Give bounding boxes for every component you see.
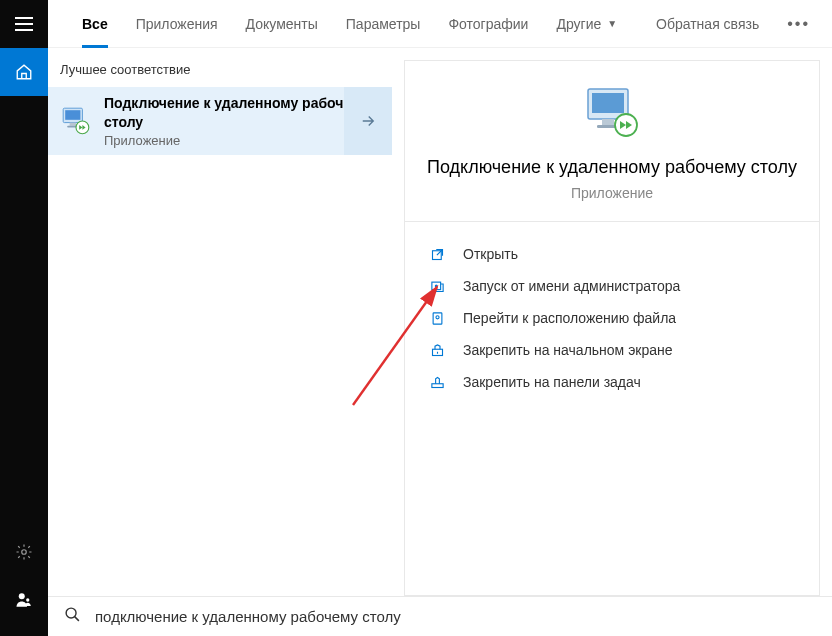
- details-panel: Подключение к удаленному рабочему столу …: [404, 60, 820, 596]
- search-bar: [48, 596, 832, 636]
- more-options-button[interactable]: •••: [777, 15, 820, 33]
- actions-list: Открыть Запуск от имени администратора П…: [405, 222, 819, 414]
- tab-all[interactable]: Все: [68, 0, 122, 48]
- svg-rect-10: [602, 119, 614, 125]
- arrow-right-icon: [359, 112, 377, 130]
- action-pin-start[interactable]: Закрепить на начальном экране: [405, 334, 819, 366]
- open-icon: [429, 246, 445, 262]
- account-button[interactable]: [0, 576, 48, 624]
- person-icon: [15, 591, 33, 609]
- main-area: Лучшее соответствие Подключение к удален…: [48, 48, 832, 596]
- tab-apps[interactable]: Приложения: [122, 0, 232, 48]
- tab-documents[interactable]: Документы: [232, 0, 332, 48]
- feedback-link[interactable]: Обратная связь: [646, 16, 769, 32]
- search-icon: [64, 606, 81, 627]
- pin-start-icon: [429, 342, 445, 358]
- rdp-icon: [60, 105, 92, 137]
- svg-rect-4: [65, 110, 80, 120]
- action-run-admin[interactable]: Запуск от имени администратора: [405, 270, 819, 302]
- chevron-down-icon: ▼: [607, 18, 617, 29]
- admin-icon: [429, 278, 445, 294]
- svg-point-1: [19, 593, 25, 599]
- details-subtitle: Приложение: [571, 185, 653, 201]
- action-open[interactable]: Открыть: [405, 238, 819, 270]
- sidebar: [0, 0, 48, 636]
- search-input[interactable]: [95, 608, 816, 625]
- home-icon: [15, 63, 33, 81]
- pin-taskbar-icon: [429, 374, 445, 390]
- result-title: Подключение к удаленному рабочему столу: [104, 94, 380, 130]
- result-item[interactable]: Подключение к удаленному рабочему столу …: [48, 87, 392, 155]
- details-title: Подключение к удаленному рабочему столу: [427, 155, 797, 179]
- svg-point-2: [26, 598, 29, 601]
- best-match-header: Лучшее соответствие: [48, 48, 392, 87]
- svg-rect-5: [70, 123, 76, 126]
- location-icon: [429, 310, 445, 326]
- tab-settings[interactable]: Параметры: [332, 0, 435, 48]
- svg-rect-19: [431, 384, 442, 388]
- svg-point-20: [66, 608, 76, 618]
- tab-photos[interactable]: Фотографии: [434, 0, 542, 48]
- svg-point-0: [22, 550, 27, 555]
- hamburger-button[interactable]: [0, 0, 48, 48]
- top-tabs: Все Приложения Документы Параметры Фотог…: [48, 0, 832, 48]
- svg-rect-9: [592, 93, 624, 113]
- tab-more[interactable]: Другие▼: [542, 0, 631, 48]
- home-button[interactable]: [0, 48, 48, 96]
- svg-point-15: [435, 285, 437, 287]
- result-subtitle: Приложение: [104, 133, 380, 148]
- result-expand-button[interactable]: [344, 87, 392, 155]
- svg-point-17: [435, 315, 438, 318]
- action-pin-taskbar[interactable]: Закрепить на панели задач: [405, 366, 819, 398]
- action-file-location[interactable]: Перейти к расположению файла: [405, 302, 819, 334]
- details-app-icon: [580, 85, 644, 141]
- settings-button[interactable]: [0, 528, 48, 576]
- gear-icon: [15, 543, 33, 561]
- results-panel: Лучшее соответствие Подключение к удален…: [48, 48, 392, 596]
